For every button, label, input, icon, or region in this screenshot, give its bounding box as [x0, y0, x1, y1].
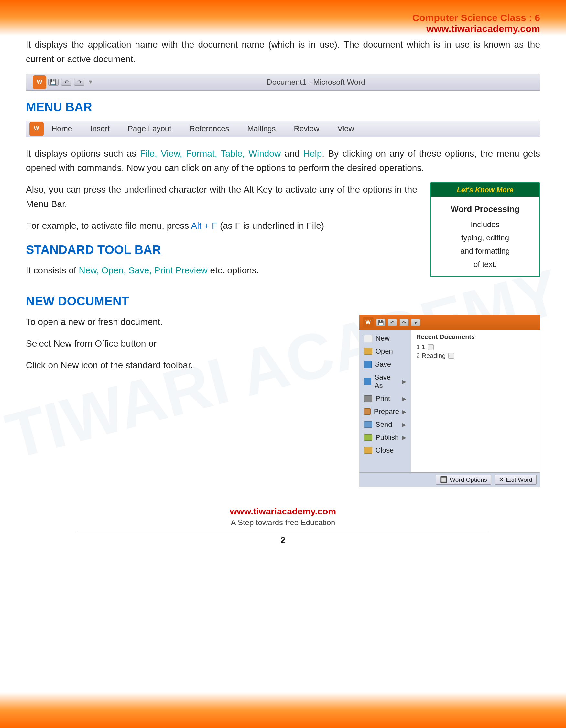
new-doc-para3: Click on New icon of the standard toolba… [26, 358, 346, 373]
publish-arrow: ▶ [402, 435, 406, 441]
titlebar-text: Document1 - Microsoft Word [99, 78, 533, 87]
std-text-plain: It consists of [26, 265, 79, 275]
header-title: Computer Science Class : 6 [26, 12, 540, 23]
doc-pin-1 [428, 344, 434, 350]
menubar-description: It displays options such as File, View, … [26, 147, 540, 176]
know-more-line3: and formatting [437, 245, 533, 258]
office-button-icon: W [33, 75, 46, 89]
page-number: 2 [26, 535, 540, 545]
recent-doc-1-name: 1 1 [416, 343, 425, 351]
office-redo-btn: ↷ [399, 319, 408, 326]
save-label: Save [375, 360, 391, 369]
new-document-section: To open a new or fresh document. Select … [26, 315, 540, 487]
new-doc-para1: To open a new or fresh document. [26, 315, 346, 329]
menu-mailings: Mailings [245, 123, 279, 135]
menu-items-list: Home Insert Page Layout References Maili… [49, 123, 357, 135]
recent-doc-2-name: 2 Reading [416, 352, 446, 359]
print-icon [364, 395, 372, 402]
titlebar-demo: W 💾 ↶ ↷ ▼ Document1 - Microsoft Word [26, 74, 540, 91]
example-plain1: For example, to activate file menu, pres… [26, 221, 191, 231]
footer-divider [77, 531, 489, 531]
saveas-icon [364, 378, 371, 385]
menu-pagelayout: Page Layout [125, 123, 174, 135]
office-menu-body: New Open Save Save As [359, 330, 540, 472]
office-publish-item[interactable]: Publish ▶ [359, 431, 411, 444]
send-arrow: ▶ [402, 422, 406, 428]
know-more-line1: Includes [437, 218, 533, 231]
know-more-title: Word Processing [437, 202, 533, 216]
menubar-desc-plain: It displays options such as [26, 149, 140, 159]
new-doc-para2: Select New from Office button or [26, 336, 346, 351]
recent-docs-title: Recent Documents [416, 333, 535, 341]
prepare-arrow: ▶ [402, 409, 406, 415]
new-document-heading: NEW DOCUMENT [26, 294, 540, 308]
close-icon [364, 447, 372, 454]
send-icon [364, 421, 372, 428]
undo-btn-demo: ↶ [61, 79, 72, 86]
office-open-item[interactable]: Open [359, 345, 411, 358]
prepare-label: Prepare [374, 407, 399, 416]
menubar-desc-colored: File, View, Format, Table, Window [140, 149, 281, 159]
example-paragraph: For example, to activate file menu, pres… [26, 219, 417, 233]
prepare-icon [364, 408, 371, 415]
office-new-item[interactable]: New [359, 332, 411, 345]
office-save-btn: 💾 [376, 319, 385, 326]
office-print-item[interactable]: Print ▶ [359, 392, 411, 405]
close-label: Close [375, 446, 394, 455]
open-icon [364, 348, 372, 355]
doc-pin-2 [448, 353, 454, 359]
know-more-line2: typing, editing [437, 231, 533, 245]
office-close-item[interactable]: Close [359, 444, 411, 457]
office-menu-header: W 💾 ↶ ↷ ▼ [359, 315, 540, 330]
menu-view: View [335, 123, 357, 135]
menu-review: Review [291, 123, 322, 135]
footer-tagline: A Step towards free Education [26, 518, 540, 527]
menu-references: References [187, 123, 232, 135]
know-more-box: Let's Know More Word Processing Includes… [430, 182, 540, 277]
menu-office-icon: W [29, 122, 44, 136]
office-saveas-item[interactable]: Save As ▶ [359, 371, 411, 392]
exit-word-icon: ✕ [499, 476, 504, 483]
office-send-item[interactable]: Send ▶ [359, 418, 411, 431]
std-text-rest: etc. options. [208, 265, 259, 275]
know-more-body: Word Processing Includes typing, editing… [431, 197, 539, 276]
print-label: Print [375, 394, 390, 403]
menubar-demo: W Home Insert Page Layout References Mai… [26, 121, 540, 137]
page-footer: www.tiwariacademy.com A Step towards fre… [26, 506, 540, 545]
office-menu-items: New Open Save Save As [359, 330, 411, 472]
dropdown-arrow-titlebar: ▼ [88, 79, 94, 85]
new-label: New [375, 334, 390, 343]
recent-docs-panel: Recent Documents 1 1 2 Reading [411, 330, 540, 472]
word-options-btn[interactable]: 🔲 Word Options [436, 475, 491, 485]
menubar-desc-help: Help [303, 149, 322, 159]
office-undo-btn: ↶ [388, 319, 397, 326]
office-menu-mockup: W 💾 ↶ ↷ ▼ New [359, 315, 540, 487]
saveas-label: Save As [374, 373, 399, 390]
menu-home: Home [49, 123, 75, 135]
header-url: www.tiwariacademy.com [26, 23, 540, 34]
example-colored: Alt + F [191, 221, 217, 231]
word-options-icon: 🔲 [440, 476, 448, 483]
recent-doc-2: 2 Reading [416, 352, 535, 359]
recent-doc-1: 1 1 [416, 343, 535, 351]
menubar-heading: MENU BAR [26, 100, 540, 114]
exit-word-btn[interactable]: ✕ Exit Word [494, 475, 537, 485]
print-arrow: ▶ [402, 396, 406, 402]
page-header: Computer Science Class : 6 www.tiwariaca… [26, 6, 540, 38]
new-icon [364, 335, 372, 342]
office-save-item[interactable]: Save [359, 358, 411, 371]
office-prepare-item[interactable]: Prepare ▶ [359, 405, 411, 418]
redo-btn-demo: ↷ [74, 79, 84, 86]
standard-toolbar-heading: STANDARD TOOL BAR [26, 243, 417, 257]
know-more-line4: of text. [437, 258, 533, 271]
office-dropdown-btn: ▼ [411, 319, 420, 326]
alt-key-paragraph: Also, you can press the underlined chara… [26, 182, 417, 212]
office-menu: W 💾 ↶ ↷ ▼ New [359, 315, 540, 487]
know-more-header: Let's Know More [431, 183, 539, 197]
publish-icon [364, 434, 372, 441]
publish-label: Publish [375, 433, 399, 442]
open-label: Open [375, 347, 393, 356]
footer-url: www.tiwariacademy.com [26, 506, 540, 517]
new-doc-left: To open a new or fresh document. Select … [26, 315, 346, 487]
exit-word-label: Exit Word [506, 476, 532, 483]
